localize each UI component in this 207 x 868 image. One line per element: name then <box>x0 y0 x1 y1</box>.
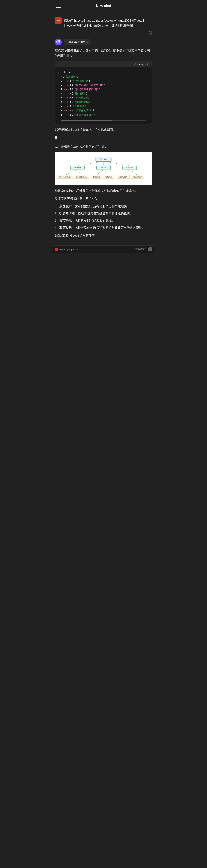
mindmap-svg: 美国股市 投资者情绪 股市表现 政策影响 投资者对经济前景的担忧 <box>57 156 150 181</box>
footer-bar: redstarplugin.com 高质量写作 <box>52 245 155 253</box>
svg-line-16 <box>77 169 81 175</box>
root-node-label: 美国股市 <box>100 158 107 160</box>
edit-icon[interactable] <box>149 31 152 35</box>
copy-code-button[interactable]: Copy code <box>134 63 149 66</box>
footer-action-icon[interactable] <box>148 247 152 251</box>
ai-generating-text: 我将使用这个思维导图生成一个可视化图表。 <box>55 127 152 132</box>
footer-right: 高质量写作 <box>135 247 152 251</box>
ai-avatar <box>55 38 62 45</box>
code-block-header: css Copy code <box>55 61 152 67</box>
svg-text:投资者对经济前景的担忧: 投资者对经济前景的担忧 <box>59 176 71 178</box>
svg-text:能源股表现: 能源股表现 <box>105 176 112 178</box>
ai-closing-text: 如果您对这个思维导图有任何 <box>55 233 152 238</box>
page-title: New chat <box>96 4 111 8</box>
svg-text:投资者情绪: 投资者情绪 <box>73 167 81 168</box>
svg-text:美联储的政策: 美联储的政策 <box>119 176 128 178</box>
svg-text:政府的财政政策: 政府的财政政策 <box>133 176 142 178</box>
ai-header: Used WebPilot ▾ <box>55 38 152 45</box>
mindmap-diagram: 美国股市 投资者情绪 股市表现 政策影响 投资者对经济前景的担忧 <box>55 152 152 185</box>
svg-line-21 <box>96 169 104 175</box>
svg-line-28 <box>130 169 137 175</box>
user-message: ZO 请访问 https://finance.sina.cn/usstock/m… <box>52 15 155 30</box>
ai-mindmap-intro: 以下是根据文章内容绘制的思维导图： <box>55 144 152 149</box>
new-chat-button[interactable]: ＋ <box>146 3 151 8</box>
menu-icon[interactable] <box>56 4 61 8</box>
footer-logo-icon <box>55 248 58 251</box>
list-item: 2. 投资者情绪：描述了投资者对经济前景和通胀的担忧。 <box>55 211 152 216</box>
webpilot-badge[interactable]: Used WebPilot ▾ <box>64 39 91 45</box>
code-block: css Copy code graph TB A["美国股市"] A --> B… <box>55 61 152 124</box>
svg-text:投资者对通胀的担忧: 投资者对通胀的担忧 <box>76 176 87 178</box>
ai-message: Used WebPilot ▾ 这篇文章主要讲述了美国股市的一些情况。以下是我根… <box>52 37 155 242</box>
ai-summary-intro: 思维导图主要包括以下几个部分： <box>55 196 152 201</box>
svg-line-27 <box>124 169 130 175</box>
svg-line-10 <box>104 161 130 165</box>
list-item: 4. 政策影响：包括美联储的政策和政府的财政政策对股市的影响。 <box>55 225 152 230</box>
user-avatar: ZO <box>55 17 62 24</box>
header: New chat ＋ <box>52 0 155 12</box>
footer-logo: redstarplugin.com <box>55 248 79 251</box>
webpilot-label: Used WebPilot <box>67 40 85 43</box>
svg-text:科技股表现: 科技股表现 <box>93 176 100 178</box>
svg-line-22 <box>104 169 108 175</box>
edit-link[interactable]: 如果您想对这个思维导图进行修改，可以点击这里在线编辑。 <box>55 188 152 193</box>
list-item: 1. 美国股市：文章的主题，所有其他节点都与此相关。 <box>55 204 152 209</box>
chat-container: ZO 请访问 https://finance.sina.cn/usstock/m… <box>52 12 155 245</box>
svg-text:政策影响: 政策影响 <box>127 167 133 168</box>
code-lang: css <box>58 63 62 66</box>
footer-service-text: 高质量写作 <box>135 248 147 251</box>
svg-line-15 <box>65 169 77 175</box>
svg-text:股市表现: 股市表现 <box>100 167 107 168</box>
ai-intro-text: 这篇文章主要讲述了美国股市的一些情况。以下是我根据文章内容绘制的思维导图： <box>55 48 152 58</box>
user-message-text: 请访问 https://finance.sina.cn/usstock/mggd… <box>64 17 152 28</box>
chevron-down-icon: ▾ <box>87 41 88 43</box>
svg-rect-0 <box>135 64 136 65</box>
code-content: graph TB A["美国股市"] A --> B["投资者情绪"] A --… <box>55 67 152 120</box>
loading-cursor <box>55 136 57 139</box>
user-message-actions <box>52 30 155 37</box>
svg-line-8 <box>77 161 104 165</box>
summary-list: 1. 美国股市：文章的主题，所有其他节点都与此相关。 2. 投资者情绪：描述了投… <box>55 204 152 230</box>
list-item: 3. 股市表现：包括科技股和能源股的表现。 <box>55 218 152 223</box>
footer-logo-text: redstarplugin.com <box>60 248 79 251</box>
